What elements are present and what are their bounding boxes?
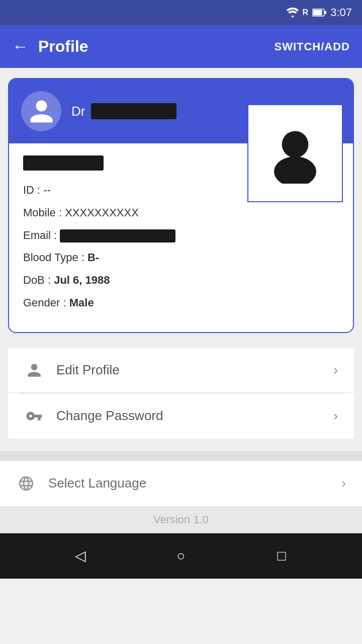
select-language-item[interactable]: Select Language › <box>0 461 362 506</box>
battery-icon <box>312 8 326 17</box>
wifi-icon <box>287 8 299 18</box>
blood-type-label: Blood Type : <box>23 251 87 264</box>
select-language-label: Select Language <box>48 475 329 491</box>
profile-card: Dr ID : -- Mobile : XXXXXXXXXX Email <box>8 78 354 333</box>
id-label: ID : <box>23 184 43 196</box>
person-icon <box>24 362 44 378</box>
page-title: Profile <box>38 37 88 56</box>
dr-label: Dr <box>71 104 85 119</box>
version-text: Version 1.0 <box>153 513 209 526</box>
recent-nav-button[interactable]: □ <box>266 541 297 571</box>
signal-icon: R <box>303 8 309 17</box>
svg-point-3 <box>282 131 309 157</box>
dob-label: DoB : <box>23 274 54 286</box>
mobile-value: XXXXXXXXXX <box>65 206 139 219</box>
card-header: Dr <box>9 79 353 143</box>
blood-type-row: Blood Type : B- <box>23 250 339 266</box>
status-bar: R 3:07 <box>0 0 362 25</box>
gender-value: Male <box>69 296 94 309</box>
change-password-label: Change Password <box>56 408 321 424</box>
svg-rect-2 <box>324 11 326 14</box>
gender-label: Gender : <box>23 296 69 309</box>
dob-row: DoB : Jul 6, 1988 <box>23 273 339 288</box>
svg-point-4 <box>274 156 316 184</box>
dob-value: Jul 6, 1988 <box>54 274 110 286</box>
svg-rect-1 <box>313 10 322 16</box>
edit-profile-chevron: › <box>333 362 338 378</box>
status-time: 3:07 <box>330 6 352 19</box>
specialty-redacted <box>23 155 104 171</box>
doctor-name: Dr <box>71 103 176 119</box>
home-nav-button[interactable]: ○ <box>166 541 196 571</box>
app-bar: ← Profile SWITCH/ADD <box>0 25 362 68</box>
status-icons: R 3:07 <box>287 6 352 19</box>
avatar <box>21 91 61 131</box>
blood-type-value: B- <box>87 251 99 264</box>
globe-icon <box>16 475 36 492</box>
gender-row: Gender : Male <box>23 295 339 311</box>
bottom-nav: ◁ ○ □ <box>0 533 362 579</box>
back-button[interactable]: ← <box>12 37 28 56</box>
key-icon <box>24 408 44 425</box>
email-row: Email : <box>23 228 339 244</box>
back-nav-button[interactable]: ◁ <box>65 541 96 571</box>
name-redacted-bar <box>91 103 176 119</box>
edit-profile-label: Edit Profile <box>56 362 321 378</box>
mobile-row: Mobile : XXXXXXXXXX <box>23 205 339 221</box>
version-bar: Version 1.0 <box>0 506 362 533</box>
select-language-section: Select Language › <box>0 461 362 506</box>
profile-photo <box>247 104 343 202</box>
change-password-chevron: › <box>333 408 338 424</box>
mobile-label: Mobile : <box>23 206 65 219</box>
email-label: Email : <box>23 229 60 242</box>
email-redacted <box>60 229 175 243</box>
app-bar-left: ← Profile <box>12 37 88 56</box>
change-password-item[interactable]: Change Password › <box>8 393 354 439</box>
edit-profile-item[interactable]: Edit Profile › <box>8 348 354 393</box>
menu-section: Edit Profile › Change Password › <box>8 348 354 439</box>
gray-separator <box>0 451 362 461</box>
switch-add-button[interactable]: SWITCH/ADD <box>274 40 350 53</box>
select-language-chevron: › <box>341 475 346 491</box>
main-content: Dr ID : -- Mobile : XXXXXXXXXX Email <box>0 68 362 451</box>
id-value: -- <box>43 184 51 196</box>
